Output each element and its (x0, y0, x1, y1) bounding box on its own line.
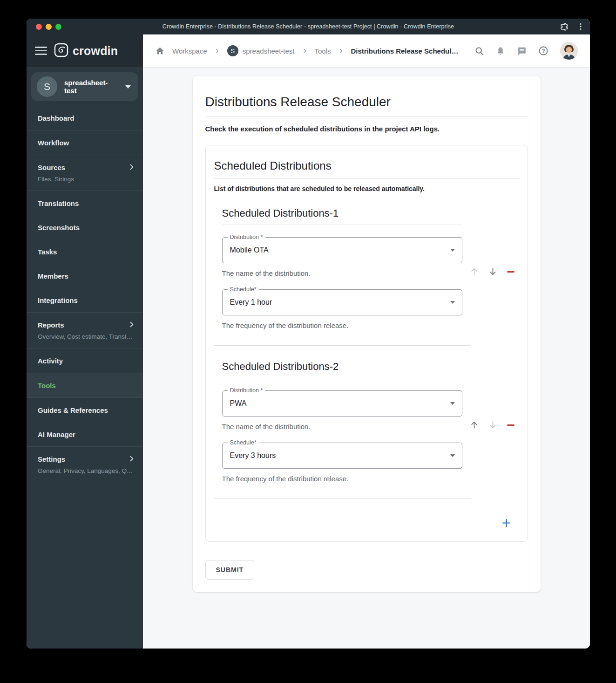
remove-group-button[interactable] (507, 271, 514, 273)
chevron-right-icon (214, 48, 220, 54)
sidebar-item-settings[interactable]: Settings General, Privacy, Languages, Q… (27, 447, 143, 482)
sidebar-item-guides-references[interactable]: Guides & References (27, 398, 143, 422)
sidebar-nav: Dashboard Workflow Sources Files, String… (27, 106, 143, 482)
breadcrumb-tools[interactable]: Tools (315, 47, 331, 55)
sidebar-item-dashboard[interactable]: Dashboard (27, 106, 143, 130)
field-helper: The frequency of the distribution releas… (222, 475, 462, 483)
scheduled-distributions-card: Scheduled Distributions List of distribu… (205, 145, 528, 542)
distribution-group-2: Scheduled Distributions-2 Distribution *… (222, 361, 519, 483)
group-controls (470, 420, 514, 430)
move-up-button[interactable] (470, 267, 479, 276)
sidebar-item-tools[interactable]: Tools (27, 373, 143, 397)
hamburger-menu-icon[interactable] (35, 47, 47, 55)
sidebar-header: crowdin (27, 34, 143, 68)
sidebar-item-screenshots[interactable]: Screenshots (27, 215, 143, 239)
dropdown-caret-icon (450, 454, 455, 457)
breadcrumb-project[interactable]: S spreadsheet-test (227, 45, 295, 56)
chevron-right-icon (302, 48, 308, 54)
sidebar-item-reports[interactable]: Reports Overview, Cost estimate, Transl… (27, 313, 143, 348)
sidebar: crowdin S spreadsheet-test Dashboard Wor… (27, 34, 143, 649)
group-title: Scheduled Distributions-2 (222, 361, 462, 378)
user-avatar[interactable] (560, 42, 578, 60)
window-title: Crowdin Enterprise - Distributions Relea… (162, 23, 454, 30)
field-label: Distribution * (228, 234, 265, 240)
required-asterisk: * (261, 234, 263, 240)
scheduler-card: Distributions Release Scheduler Check th… (193, 76, 541, 592)
distribution-select[interactable]: Distribution * Mobile OTA (222, 237, 462, 263)
required-asterisk: * (261, 387, 263, 394)
page-content: Distributions Release Scheduler Check th… (143, 68, 590, 649)
move-down-button[interactable] (488, 420, 497, 430)
move-down-button[interactable] (488, 267, 497, 276)
dropdown-caret-icon (450, 301, 455, 304)
sidebar-item-translations[interactable]: Translations (27, 191, 143, 215)
chevron-right-icon (338, 48, 344, 54)
breadcrumb: Workspace S spreadsheet-test Tools Distr… (143, 34, 590, 68)
crowdin-logo[interactable]: crowdin (54, 43, 118, 59)
sidebar-item-ai-manager[interactable]: AI Manager (27, 422, 143, 446)
card-title: Scheduled Distributions (214, 159, 519, 179)
sidebar-item-workflow[interactable]: Workflow (27, 130, 143, 155)
remove-minus-icon (507, 424, 514, 426)
project-selector[interactable]: S spreadsheet-test (31, 72, 138, 101)
extensions-puzzle-icon[interactable] (560, 22, 569, 31)
field-helper: The frequency of the distribution releas… (222, 321, 462, 329)
close-window-button[interactable] (36, 24, 42, 30)
schedule-select[interactable]: Schedule* Every 3 hours (222, 443, 462, 469)
project-name: spreadsheet-test (64, 79, 118, 95)
field-label: Schedule* (228, 286, 259, 293)
dropdown-caret-icon (450, 249, 455, 252)
crowdin-logo-text: crowdin (73, 44, 118, 58)
chevron-down-icon (125, 85, 131, 89)
submit-button[interactable]: SUBMIT (205, 560, 255, 580)
distribution-select[interactable]: Distribution * PWA (222, 390, 462, 417)
svg-text:?: ? (542, 48, 545, 54)
browser-window: Crowdin Enterprise - Distributions Relea… (27, 19, 590, 649)
crowdin-logo-icon (54, 43, 68, 59)
group-controls (470, 267, 514, 277)
schedule-select[interactable]: Schedule* Every 1 hour (222, 289, 462, 315)
traffic-lights (36, 19, 61, 34)
chevron-right-icon (128, 321, 135, 330)
page-subtitle: Check the execution of scheduled distrib… (205, 125, 528, 133)
messages-icon[interactable] (517, 46, 527, 56)
help-icon[interactable]: ? (538, 46, 548, 56)
distribution-group-1: Scheduled Distributions-1 Distribution *… (222, 207, 519, 329)
group-title: Scheduled Distributions-1 (222, 207, 462, 225)
minimize-window-button[interactable] (46, 24, 52, 30)
breadcrumb-current-page: Distributions Release Schedul… (351, 47, 459, 55)
remove-group-button[interactable] (507, 424, 514, 426)
field-label: Schedule* (228, 439, 259, 446)
project-avatar: S (37, 76, 57, 97)
field-helper: The name of the distribution. (222, 423, 462, 430)
zoom-window-button[interactable] (55, 24, 61, 30)
add-group-button[interactable] (501, 518, 512, 528)
page-title: Distributions Release Scheduler (205, 95, 528, 117)
sidebar-item-tasks[interactable]: Tasks (27, 239, 143, 264)
project-badge: S (227, 45, 238, 56)
sidebar-item-integrations[interactable]: Integrations (27, 288, 143, 312)
field-label: Distribution * (228, 387, 265, 394)
sidebar-item-members[interactable]: Members (27, 264, 143, 288)
card-description: List of distributions that are scheduled… (214, 185, 519, 192)
window-titlebar: Crowdin Enterprise - Distributions Relea… (27, 19, 590, 34)
browser-menu-icon[interactable] (577, 23, 584, 30)
move-up-button[interactable] (470, 420, 479, 430)
bell-icon[interactable] (496, 46, 505, 56)
remove-minus-icon (507, 271, 514, 273)
required-asterisk: * (254, 286, 257, 293)
home-icon[interactable] (155, 46, 165, 56)
dropdown-caret-icon (450, 402, 455, 405)
required-asterisk: * (254, 439, 257, 446)
breadcrumb-workspace[interactable]: Workspace (172, 47, 207, 55)
divider (214, 345, 471, 346)
sidebar-item-sources[interactable]: Sources Files, Strings (27, 155, 143, 191)
field-helper: The name of the distribution. (222, 269, 462, 277)
sidebar-item-activity[interactable]: Activity (27, 348, 143, 373)
chevron-right-icon (128, 455, 135, 464)
search-icon[interactable] (474, 46, 484, 56)
chevron-right-icon (128, 163, 135, 173)
